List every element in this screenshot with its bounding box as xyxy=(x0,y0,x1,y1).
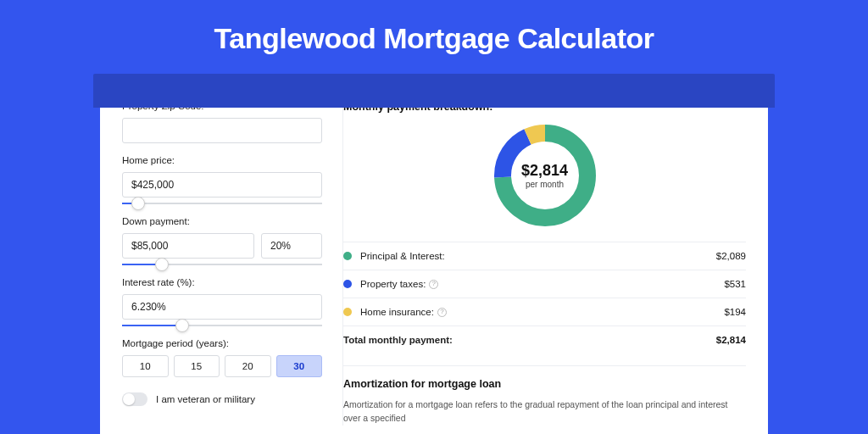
slider-thumb[interactable] xyxy=(175,319,189,332)
down-payment-pct-input[interactable] xyxy=(261,233,322,259)
period-option-20[interactable]: 20 xyxy=(225,355,271,377)
legend-row-total: Total monthly payment: $2,814 xyxy=(343,326,746,353)
down-payment-slider[interactable] xyxy=(122,264,322,265)
amortization-title: Amortization for mortgage loan xyxy=(343,378,746,390)
page-title: Tanglewood Mortgage Calculator xyxy=(0,0,868,74)
legend-dot-icon xyxy=(343,280,352,288)
veteran-label: I am veteran or military xyxy=(156,394,255,404)
legend-label: Principal & Interest: xyxy=(360,251,716,261)
down-payment-label: Down payment: xyxy=(122,216,322,226)
legend-dot-icon xyxy=(343,252,352,260)
interest-input[interactable] xyxy=(122,294,322,320)
home-price-slider[interactable] xyxy=(122,203,322,204)
slider-thumb[interactable] xyxy=(131,197,145,210)
period-option-30[interactable]: 30 xyxy=(276,355,323,377)
total-value: $2,814 xyxy=(716,335,746,345)
amortization-text: Amortization for a mortgage loan refers … xyxy=(343,398,746,426)
amortization-section: Amortization for mortgage loan Amortizat… xyxy=(343,365,746,426)
info-icon[interactable]: ? xyxy=(429,280,438,289)
home-price-label: Home price: xyxy=(122,155,322,165)
legend-label: Home insurance: ? xyxy=(360,307,724,317)
legend-value: $194 xyxy=(724,307,746,317)
total-label: Total monthly payment: xyxy=(343,335,716,345)
legend-row-taxes: Property taxes: ? $531 xyxy=(343,270,746,298)
down-payment-input[interactable] xyxy=(122,233,254,259)
home-price-input[interactable] xyxy=(122,172,322,198)
slider-thumb[interactable] xyxy=(155,258,169,271)
period-options: 10 15 20 30 xyxy=(122,355,322,377)
legend-dot-icon xyxy=(343,308,352,316)
interest-label: Interest rate (%): xyxy=(122,277,322,287)
zip-input[interactable] xyxy=(122,118,322,143)
calculator-panel: Property Zip Code: Home price: Down paym… xyxy=(100,84,768,434)
toggle-knob xyxy=(123,393,135,405)
legend-value: $2,089 xyxy=(716,251,746,261)
interest-slider[interactable] xyxy=(122,325,322,326)
legend-row-principal: Principal & Interest: $2,089 xyxy=(343,242,746,270)
breakdown-column: Monthly payment breakdown: $2,814 per mo… xyxy=(342,101,746,426)
legend-row-insurance: Home insurance: ? $194 xyxy=(343,298,746,326)
info-icon[interactable]: ? xyxy=(437,308,447,317)
donut-center-sub: per month xyxy=(526,180,564,189)
legend-label: Property taxes: ? xyxy=(360,279,724,289)
period-label: Mortgage period (years): xyxy=(122,338,322,348)
veteran-toggle[interactable] xyxy=(122,392,147,406)
panel-shadow xyxy=(93,74,775,108)
payment-donut-chart: $2,814 per month xyxy=(494,125,596,226)
period-option-10[interactable]: 10 xyxy=(122,355,169,377)
form-column: Property Zip Code: Home price: Down paym… xyxy=(122,101,322,426)
donut-center-amount: $2,814 xyxy=(521,162,568,180)
legend-value: $531 xyxy=(724,279,746,289)
period-option-15[interactable]: 15 xyxy=(174,355,220,377)
